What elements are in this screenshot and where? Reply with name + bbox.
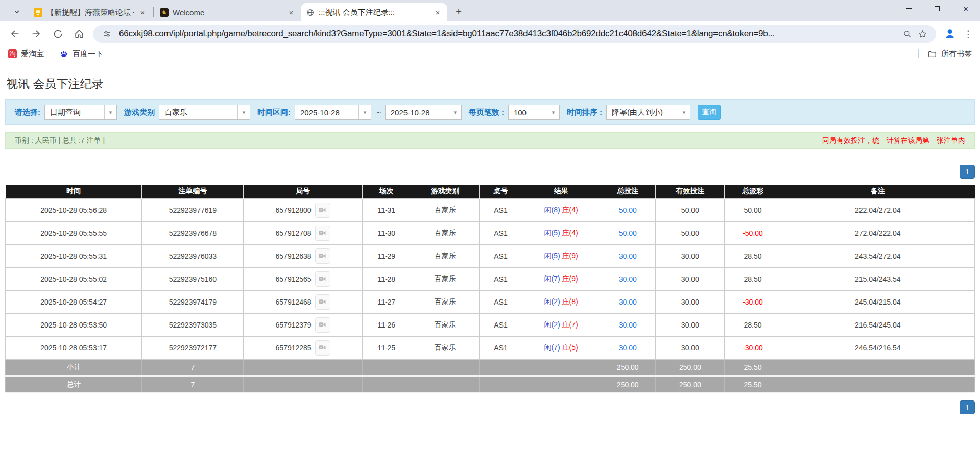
window-minimize-button[interactable]	[894, 0, 923, 17]
zoom-icon[interactable]	[899, 26, 915, 41]
tab-forum[interactable]: 【新提醒】海燕策略论坛 - 综合 ×	[29, 3, 152, 21]
site-settings-icon[interactable]	[99, 26, 114, 41]
cell-time: 2025-10-28 05:56:28	[6, 198, 142, 221]
round-number: 657912800	[276, 206, 312, 214]
taobao-icon: 淘	[8, 49, 17, 58]
total-bet-link[interactable]: 30.00	[619, 321, 637, 329]
tab-welcome[interactable]: ♞ Welcome ×	[155, 3, 301, 21]
tab-bet-records[interactable]: :::视讯 会员下注纪录::: ×	[301, 3, 447, 21]
page-1-button[interactable]: 1	[960, 165, 975, 179]
sort-select[interactable]: 降幂(由大到小) ▾	[606, 105, 690, 120]
video-replay-icon[interactable]	[315, 271, 330, 287]
game-type-select[interactable]: 百家乐 ▾	[159, 105, 250, 120]
minimize-icon	[906, 8, 912, 9]
col-header-round: 局号	[244, 185, 362, 198]
window-controls: ×	[894, 0, 980, 17]
new-tab-button[interactable]: +	[451, 5, 466, 19]
cell-total-bet: 30.00	[600, 267, 656, 290]
cell-round: 657912285	[244, 336, 362, 359]
profile-avatar[interactable]	[941, 25, 959, 42]
cell-table: AS1	[479, 267, 522, 290]
window-maximize-button[interactable]	[923, 0, 951, 17]
video-replay-icon[interactable]	[315, 294, 330, 310]
forward-button[interactable]	[28, 25, 45, 42]
video-replay-icon[interactable]	[315, 226, 330, 241]
cell-session: 11-27	[362, 290, 411, 313]
baidu-paw-icon	[59, 49, 68, 59]
total-bet-link[interactable]: 50.00	[619, 229, 637, 237]
chevron-down-icon: ▾	[237, 105, 250, 119]
page-size-select[interactable]: 100 ▾	[508, 105, 560, 120]
cell-note: 243.54/272.04	[781, 244, 974, 267]
folder-icon	[927, 49, 937, 59]
bookmark-star-icon[interactable]	[915, 26, 930, 41]
home-button[interactable]	[70, 25, 88, 42]
tab-search-chevron-icon[interactable]	[8, 3, 26, 20]
col-header-note: 备注	[781, 185, 974, 198]
chevron-down-icon: ▾	[358, 105, 371, 119]
cell-bet-id: 522923976678	[142, 221, 244, 244]
total-bet-link[interactable]: 30.00	[619, 252, 637, 260]
cell-payout: 28.50	[725, 313, 781, 336]
cell-valid-bet: 30.00	[656, 313, 725, 336]
cell-game: 百家乐	[411, 267, 479, 290]
cell-game: 百家乐	[411, 290, 479, 313]
window-close-button[interactable]: ×	[951, 0, 980, 17]
total-bet-link[interactable]: 30.00	[619, 275, 637, 283]
video-replay-icon[interactable]	[315, 340, 330, 356]
tab-title: :::视讯 会员下注纪录:::	[319, 8, 429, 17]
date-to-select[interactable]: 2025-10-28 ▾	[385, 105, 462, 120]
table-row: 2025-10-28 05:56:28 522923977619 6579128…	[6, 198, 975, 221]
tab-title: 【新提醒】海燕策略论坛 - 综合	[46, 8, 134, 17]
bookmark-label: 百度一下	[73, 49, 103, 59]
url-text[interactable]: 66cxkj98.com/ipl/portal.php/game/betreco…	[119, 29, 899, 39]
all-bookmarks-button[interactable]: 所有书签	[918, 49, 972, 59]
subtotal-row: 小计 7 250.00 250.00 25.50	[6, 359, 975, 376]
bookmarks-bar: 淘 爱淘宝 百度一下 所有书签	[0, 46, 980, 62]
result-player: 闲(8)	[544, 206, 560, 214]
cell-session: 11-29	[362, 244, 411, 267]
tab-close-icon[interactable]: ×	[433, 8, 442, 17]
tab-strip: 【新提醒】海燕策略论坛 - 综合 × ♞ Welcome × :::视讯 会员下…	[0, 0, 980, 21]
search-button[interactable]: 查询	[698, 105, 721, 120]
result-player: 闲(7)	[544, 343, 560, 352]
cell-valid-bet: 50.00	[656, 221, 725, 244]
video-replay-icon[interactable]	[315, 203, 330, 218]
col-header-payout: 总派彩	[725, 185, 781, 198]
round-number: 657912379	[276, 321, 312, 329]
result-player: 闲(2)	[544, 320, 560, 329]
page-1-button[interactable]: 1	[960, 400, 975, 414]
cell-total-bet: 50.00	[600, 221, 656, 244]
tab-close-icon[interactable]: ×	[286, 8, 296, 17]
subtotal-label: 小计	[6, 359, 142, 376]
bookmark-taobao[interactable]: 淘 爱淘宝	[8, 49, 44, 59]
total-bet-link[interactable]: 50.00	[619, 206, 637, 214]
bookmark-label: 爱淘宝	[21, 49, 44, 59]
query-type-select[interactable]: 日期查询 ▾	[44, 105, 117, 120]
total-bet-link[interactable]: 30.00	[619, 344, 637, 352]
tab-close-icon[interactable]: ×	[138, 8, 147, 17]
game-type-label: 游戏类别	[124, 108, 155, 117]
back-button[interactable]	[6, 25, 23, 42]
table-row: 2025-10-28 05:54:27 522923974179 6579124…	[6, 290, 975, 313]
reload-button[interactable]	[49, 25, 66, 42]
result-banker: 庄(9)	[562, 252, 578, 260]
total-count: 7	[142, 376, 244, 393]
browser-menu-icon[interactable]: ⋮	[961, 25, 976, 42]
col-header-table: 桌号	[479, 185, 522, 198]
video-replay-icon[interactable]	[315, 248, 330, 264]
address-bar[interactable]: 66cxkj98.com/ipl/portal.php/game/betreco…	[93, 25, 936, 43]
subtotal-count: 7	[142, 359, 244, 376]
cell-time: 2025-10-28 05:55:31	[6, 244, 142, 267]
summary-bar: 币别 : 人民币 | 总共 :7 注单 | 同局有效投注，统一计算在该局第一张注…	[5, 132, 975, 149]
result-banker: 庄(4)	[562, 206, 578, 214]
cell-session: 11-30	[362, 221, 411, 244]
browser-toolbar: 66cxkj98.com/ipl/portal.php/game/betreco…	[0, 21, 980, 46]
tab-separator	[153, 7, 154, 17]
date-range-tilde: ~	[377, 108, 381, 117]
total-bet-link[interactable]: 30.00	[619, 298, 637, 306]
bookmark-baidu[interactable]: 百度一下	[59, 49, 103, 59]
table-row: 2025-10-28 05:53:17 522923972177 6579122…	[6, 336, 975, 359]
date-from-select[interactable]: 2025-10-28 ▾	[295, 105, 371, 120]
video-replay-icon[interactable]	[315, 317, 330, 333]
